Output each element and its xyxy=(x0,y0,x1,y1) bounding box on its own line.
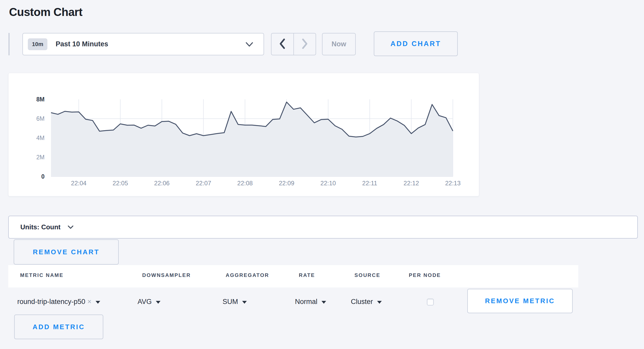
area-fill xyxy=(51,102,453,177)
y-axis-tick-label: 8M xyxy=(36,96,45,103)
time-range-label: Past 10 Minutes xyxy=(56,40,108,48)
units-dropdown[interactable]: Units: Count xyxy=(8,216,638,239)
column-header-aggregator: AGGREGATOR xyxy=(226,272,269,278)
remove-chart-button[interactable]: REMOVE CHART xyxy=(14,239,119,265)
column-header-downsampler: DOWNSAMPLER xyxy=(142,272,191,278)
dropdown-caret-icon xyxy=(377,301,382,304)
y-axis-tick-label: 4M xyxy=(36,135,45,141)
clear-metric-icon[interactable]: × xyxy=(87,298,91,306)
source-select[interactable]: Cluster xyxy=(351,296,382,307)
add-chart-button[interactable]: ADD CHART xyxy=(374,31,458,56)
x-axis-tick-label: 22:09 xyxy=(279,180,294,187)
now-button[interactable]: Now xyxy=(322,33,356,55)
rate-value: Normal xyxy=(295,298,317,306)
metric-name-select[interactable]: round-trip-latency-p50 × xyxy=(17,296,100,307)
column-header-source: SOURCE xyxy=(354,272,380,278)
next-time-button[interactable] xyxy=(294,33,316,55)
time-step-buttons xyxy=(271,33,316,55)
chevron-left-icon xyxy=(279,38,286,50)
x-axis-tick-label: 22:11 xyxy=(362,180,377,187)
aggregator-select[interactable]: SUM xyxy=(223,296,247,307)
downsampler-value: AVG xyxy=(138,298,152,306)
dropdown-caret-icon xyxy=(156,301,160,304)
dropdown-caret-icon xyxy=(242,301,247,304)
metrics-table-header xyxy=(8,265,578,287)
dropdown-caret-icon xyxy=(321,301,326,304)
time-range-dropdown[interactable]: 10m Past 10 Minutes xyxy=(22,33,264,55)
x-axis-tick-label: 22:08 xyxy=(237,180,253,187)
column-header-metric-name: METRIC NAME xyxy=(20,272,64,278)
add-metric-button[interactable]: ADD METRIC xyxy=(14,315,103,339)
x-axis-tick-label: 22:06 xyxy=(154,180,170,187)
chart-card: 22:0422:0522:0622:0722:0822:0922:1022:11… xyxy=(8,73,479,196)
source-value: Cluster xyxy=(351,298,373,306)
chevron-down-icon xyxy=(67,225,74,230)
y-axis-tick-label: 2M xyxy=(36,154,45,161)
x-axis-tick-label: 22:13 xyxy=(445,180,461,187)
x-axis-tick-label: 22:07 xyxy=(196,180,211,187)
aggregator-value: SUM xyxy=(223,298,238,306)
chevron-down-icon xyxy=(245,42,254,48)
column-header-per-node: PER NODE xyxy=(409,272,441,278)
toolbar-divider xyxy=(9,33,10,55)
downsampler-select[interactable]: AVG xyxy=(138,296,160,307)
metric-name-value: round-trip-latency-p50 xyxy=(17,298,85,306)
column-header-rate: RATE xyxy=(299,272,315,278)
x-axis-tick-label: 22:12 xyxy=(404,180,419,187)
chevron-right-icon xyxy=(301,38,308,50)
y-axis-tick-label: 0 xyxy=(41,173,45,180)
prev-time-button[interactable] xyxy=(272,33,294,55)
x-axis-tick-label: 22:04 xyxy=(71,180,87,187)
rate-select[interactable]: Normal xyxy=(295,296,326,307)
x-axis-tick-label: 22:10 xyxy=(320,180,336,187)
page-title: Custom Chart xyxy=(9,6,82,19)
x-axis-tick-label: 22:05 xyxy=(113,180,128,187)
per-node-checkbox[interactable] xyxy=(427,299,434,306)
remove-metric-button[interactable]: REMOVE METRIC xyxy=(467,289,573,313)
units-label: Units: Count xyxy=(20,223,61,231)
custom-chart-page: Custom Chart 10m Past 10 Minutes Now ADD… xyxy=(0,0,644,349)
time-range-badge: 10m xyxy=(28,38,47,50)
dropdown-caret-icon xyxy=(96,301,100,304)
y-axis-tick-label: 6M xyxy=(36,115,45,122)
timeseries-area-chart: 22:0422:0522:0622:0722:0822:0922:1022:11… xyxy=(9,73,479,197)
